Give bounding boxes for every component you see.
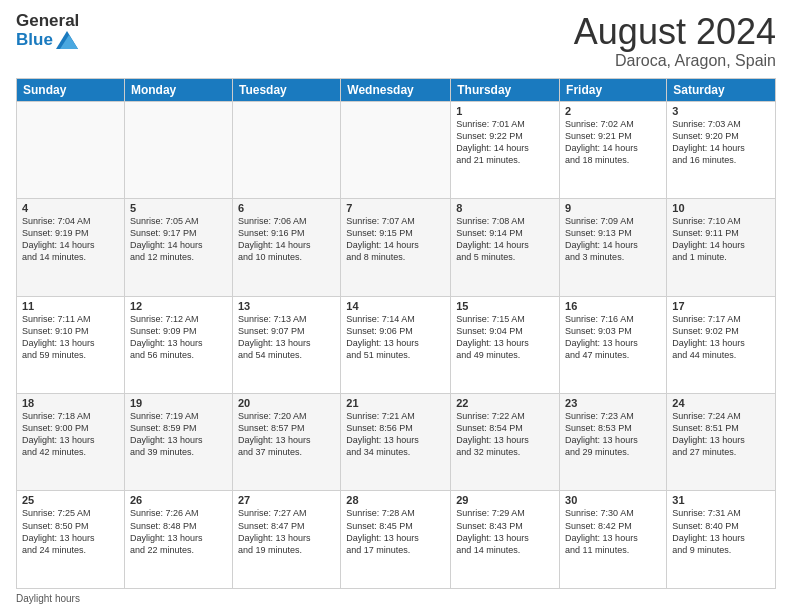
calendar-cell bbox=[17, 101, 125, 198]
day-number: 5 bbox=[130, 202, 227, 214]
title-block: August 2024 Daroca, Aragon, Spain bbox=[574, 12, 776, 70]
calendar-cell: 16Sunrise: 7:16 AM Sunset: 9:03 PM Dayli… bbox=[560, 296, 667, 393]
day-number: 4 bbox=[22, 202, 119, 214]
calendar-cell: 30Sunrise: 7:30 AM Sunset: 8:42 PM Dayli… bbox=[560, 491, 667, 589]
weekday-header-row: SundayMondayTuesdayWednesdayThursdayFrid… bbox=[17, 78, 776, 101]
day-number: 8 bbox=[456, 202, 554, 214]
weekday-friday: Friday bbox=[560, 78, 667, 101]
calendar-cell: 21Sunrise: 7:21 AM Sunset: 8:56 PM Dayli… bbox=[341, 394, 451, 491]
day-number: 22 bbox=[456, 397, 554, 409]
day-info: Sunrise: 7:22 AM Sunset: 8:54 PM Dayligh… bbox=[456, 410, 554, 459]
day-info: Sunrise: 7:14 AM Sunset: 9:06 PM Dayligh… bbox=[346, 313, 445, 362]
weekday-saturday: Saturday bbox=[667, 78, 776, 101]
week-row-2: 4Sunrise: 7:04 AM Sunset: 9:19 PM Daylig… bbox=[17, 199, 776, 296]
calendar-cell: 13Sunrise: 7:13 AM Sunset: 9:07 PM Dayli… bbox=[232, 296, 340, 393]
calendar-cell: 6Sunrise: 7:06 AM Sunset: 9:16 PM Daylig… bbox=[232, 199, 340, 296]
day-number: 9 bbox=[565, 202, 661, 214]
calendar-cell bbox=[124, 101, 232, 198]
day-number: 24 bbox=[672, 397, 770, 409]
day-number: 21 bbox=[346, 397, 445, 409]
day-number: 16 bbox=[565, 300, 661, 312]
day-info: Sunrise: 7:10 AM Sunset: 9:11 PM Dayligh… bbox=[672, 215, 770, 264]
calendar-cell: 25Sunrise: 7:25 AM Sunset: 8:50 PM Dayli… bbox=[17, 491, 125, 589]
day-number: 14 bbox=[346, 300, 445, 312]
header: General Blue August 2024 Daroca, Aragon,… bbox=[16, 12, 776, 70]
day-info: Sunrise: 7:19 AM Sunset: 8:59 PM Dayligh… bbox=[130, 410, 227, 459]
day-number: 1 bbox=[456, 105, 554, 117]
calendar-cell: 22Sunrise: 7:22 AM Sunset: 8:54 PM Dayli… bbox=[451, 394, 560, 491]
day-number: 29 bbox=[456, 494, 554, 506]
day-info: Sunrise: 7:31 AM Sunset: 8:40 PM Dayligh… bbox=[672, 507, 770, 556]
day-info: Sunrise: 7:06 AM Sunset: 9:16 PM Dayligh… bbox=[238, 215, 335, 264]
calendar: SundayMondayTuesdayWednesdayThursdayFrid… bbox=[16, 78, 776, 589]
day-info: Sunrise: 7:27 AM Sunset: 8:47 PM Dayligh… bbox=[238, 507, 335, 556]
calendar-cell: 28Sunrise: 7:28 AM Sunset: 8:45 PM Dayli… bbox=[341, 491, 451, 589]
day-info: Sunrise: 7:11 AM Sunset: 9:10 PM Dayligh… bbox=[22, 313, 119, 362]
calendar-cell: 23Sunrise: 7:23 AM Sunset: 8:53 PM Dayli… bbox=[560, 394, 667, 491]
calendar-cell: 19Sunrise: 7:19 AM Sunset: 8:59 PM Dayli… bbox=[124, 394, 232, 491]
calendar-cell: 29Sunrise: 7:29 AM Sunset: 8:43 PM Dayli… bbox=[451, 491, 560, 589]
calendar-cell: 7Sunrise: 7:07 AM Sunset: 9:15 PM Daylig… bbox=[341, 199, 451, 296]
day-info: Sunrise: 7:04 AM Sunset: 9:19 PM Dayligh… bbox=[22, 215, 119, 264]
calendar-cell: 2Sunrise: 7:02 AM Sunset: 9:21 PM Daylig… bbox=[560, 101, 667, 198]
calendar-cell: 15Sunrise: 7:15 AM Sunset: 9:04 PM Dayli… bbox=[451, 296, 560, 393]
month-title: August 2024 bbox=[574, 12, 776, 52]
day-info: Sunrise: 7:03 AM Sunset: 9:20 PM Dayligh… bbox=[672, 118, 770, 167]
logo-blue: Blue bbox=[16, 31, 53, 50]
day-number: 28 bbox=[346, 494, 445, 506]
calendar-cell: 10Sunrise: 7:10 AM Sunset: 9:11 PM Dayli… bbox=[667, 199, 776, 296]
calendar-cell: 11Sunrise: 7:11 AM Sunset: 9:10 PM Dayli… bbox=[17, 296, 125, 393]
day-info: Sunrise: 7:24 AM Sunset: 8:51 PM Dayligh… bbox=[672, 410, 770, 459]
week-row-4: 18Sunrise: 7:18 AM Sunset: 9:00 PM Dayli… bbox=[17, 394, 776, 491]
weekday-wednesday: Wednesday bbox=[341, 78, 451, 101]
calendar-cell: 18Sunrise: 7:18 AM Sunset: 9:00 PM Dayli… bbox=[17, 394, 125, 491]
day-info: Sunrise: 7:08 AM Sunset: 9:14 PM Dayligh… bbox=[456, 215, 554, 264]
footer-text: Daylight hours bbox=[16, 593, 80, 604]
week-row-1: 1Sunrise: 7:01 AM Sunset: 9:22 PM Daylig… bbox=[17, 101, 776, 198]
day-number: 30 bbox=[565, 494, 661, 506]
day-info: Sunrise: 7:18 AM Sunset: 9:00 PM Dayligh… bbox=[22, 410, 119, 459]
calendar-cell: 20Sunrise: 7:20 AM Sunset: 8:57 PM Dayli… bbox=[232, 394, 340, 491]
day-number: 19 bbox=[130, 397, 227, 409]
logo-icon bbox=[56, 31, 78, 49]
day-info: Sunrise: 7:17 AM Sunset: 9:02 PM Dayligh… bbox=[672, 313, 770, 362]
calendar-cell: 24Sunrise: 7:24 AM Sunset: 8:51 PM Dayli… bbox=[667, 394, 776, 491]
calendar-cell bbox=[341, 101, 451, 198]
calendar-cell: 1Sunrise: 7:01 AM Sunset: 9:22 PM Daylig… bbox=[451, 101, 560, 198]
day-info: Sunrise: 7:20 AM Sunset: 8:57 PM Dayligh… bbox=[238, 410, 335, 459]
day-info: Sunrise: 7:01 AM Sunset: 9:22 PM Dayligh… bbox=[456, 118, 554, 167]
day-number: 18 bbox=[22, 397, 119, 409]
day-info: Sunrise: 7:02 AM Sunset: 9:21 PM Dayligh… bbox=[565, 118, 661, 167]
calendar-cell: 3Sunrise: 7:03 AM Sunset: 9:20 PM Daylig… bbox=[667, 101, 776, 198]
week-row-3: 11Sunrise: 7:11 AM Sunset: 9:10 PM Dayli… bbox=[17, 296, 776, 393]
day-number: 27 bbox=[238, 494, 335, 506]
day-number: 7 bbox=[346, 202, 445, 214]
day-info: Sunrise: 7:13 AM Sunset: 9:07 PM Dayligh… bbox=[238, 313, 335, 362]
day-number: 31 bbox=[672, 494, 770, 506]
day-info: Sunrise: 7:21 AM Sunset: 8:56 PM Dayligh… bbox=[346, 410, 445, 459]
page: General Blue August 2024 Daroca, Aragon,… bbox=[0, 0, 792, 612]
day-info: Sunrise: 7:25 AM Sunset: 8:50 PM Dayligh… bbox=[22, 507, 119, 556]
day-info: Sunrise: 7:30 AM Sunset: 8:42 PM Dayligh… bbox=[565, 507, 661, 556]
footer-note: Daylight hours bbox=[16, 593, 776, 604]
day-info: Sunrise: 7:29 AM Sunset: 8:43 PM Dayligh… bbox=[456, 507, 554, 556]
day-number: 20 bbox=[238, 397, 335, 409]
location-title: Daroca, Aragon, Spain bbox=[574, 52, 776, 70]
weekday-tuesday: Tuesday bbox=[232, 78, 340, 101]
day-number: 10 bbox=[672, 202, 770, 214]
calendar-cell: 12Sunrise: 7:12 AM Sunset: 9:09 PM Dayli… bbox=[124, 296, 232, 393]
day-info: Sunrise: 7:15 AM Sunset: 9:04 PM Dayligh… bbox=[456, 313, 554, 362]
calendar-cell: 5Sunrise: 7:05 AM Sunset: 9:17 PM Daylig… bbox=[124, 199, 232, 296]
day-info: Sunrise: 7:16 AM Sunset: 9:03 PM Dayligh… bbox=[565, 313, 661, 362]
day-number: 3 bbox=[672, 105, 770, 117]
day-info: Sunrise: 7:28 AM Sunset: 8:45 PM Dayligh… bbox=[346, 507, 445, 556]
day-info: Sunrise: 7:26 AM Sunset: 8:48 PM Dayligh… bbox=[130, 507, 227, 556]
logo: General Blue bbox=[16, 12, 79, 49]
day-number: 15 bbox=[456, 300, 554, 312]
day-info: Sunrise: 7:12 AM Sunset: 9:09 PM Dayligh… bbox=[130, 313, 227, 362]
day-number: 6 bbox=[238, 202, 335, 214]
calendar-cell: 31Sunrise: 7:31 AM Sunset: 8:40 PM Dayli… bbox=[667, 491, 776, 589]
day-info: Sunrise: 7:23 AM Sunset: 8:53 PM Dayligh… bbox=[565, 410, 661, 459]
calendar-cell: 26Sunrise: 7:26 AM Sunset: 8:48 PM Dayli… bbox=[124, 491, 232, 589]
day-number: 13 bbox=[238, 300, 335, 312]
